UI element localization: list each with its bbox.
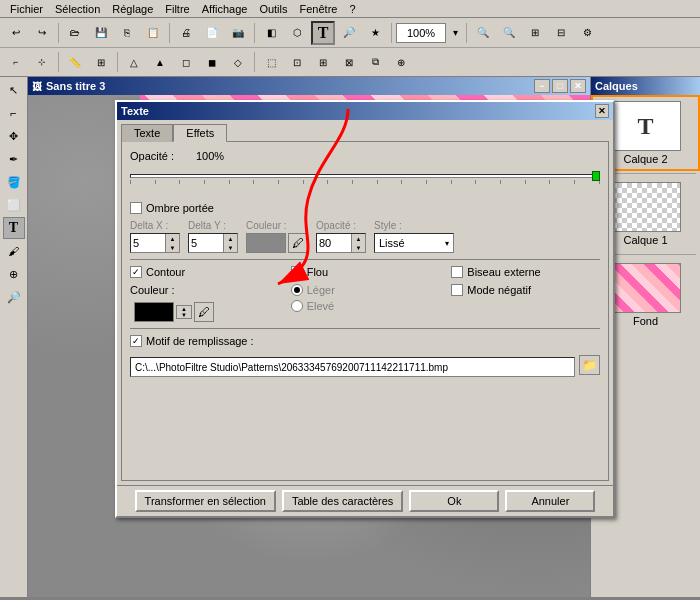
delta-y-input[interactable]: 5 ▲ ▼ <box>188 233 238 253</box>
tab-texte[interactable]: Texte <box>121 124 173 142</box>
sel4-btn[interactable]: ⊠ <box>337 50 361 74</box>
sel2-btn[interactable]: ⊡ <box>285 50 309 74</box>
ok-btn[interactable]: Ok <box>409 490 499 512</box>
eyedropper-btn[interactable]: 🖊 <box>288 233 308 253</box>
view1-btn[interactable]: ⊞ <box>523 21 547 45</box>
flou-checkbox[interactable] <box>291 266 303 278</box>
brush-tool[interactable]: 🖌 <box>3 240 25 262</box>
view2-btn[interactable]: ⊟ <box>549 21 573 45</box>
menu-selection[interactable]: Sélection <box>49 0 106 17</box>
drop-shadow-label: Ombre portée <box>146 202 214 214</box>
tab-effets[interactable]: Effets <box>173 124 227 142</box>
zoom-dropdown-btn[interactable]: ▾ <box>448 21 462 45</box>
delta-x-up[interactable]: ▲ <box>166 234 179 243</box>
pen-tool[interactable]: ✒ <box>3 148 25 170</box>
table-btn[interactable]: Table des caractères <box>282 490 404 512</box>
pattern-row: C:\...\PhotoFiltre Studio\Patterns\20633… <box>130 353 600 377</box>
image-minimize-btn[interactable]: − <box>534 79 550 93</box>
eraser-tool[interactable]: ⬜ <box>3 194 25 216</box>
dialog-close-btn[interactable]: ✕ <box>595 104 609 118</box>
menu-help[interactable]: ? <box>343 0 361 17</box>
filter4-btn[interactable]: ★ <box>363 21 387 45</box>
ruler-btn[interactable]: 📏 <box>63 50 87 74</box>
clone-tool[interactable]: ⊕ <box>3 263 25 285</box>
shadow-color-swatch[interactable] <box>246 233 286 253</box>
pattern-path-field[interactable]: C:\...\PhotoFiltre Studio\Patterns\20633… <box>130 357 575 377</box>
transform-btn[interactable]: ⊹ <box>30 50 54 74</box>
image-close-btn[interactable]: ✕ <box>570 79 586 93</box>
negatif-checkbox[interactable] <box>451 284 463 296</box>
delta-x-input[interactable]: 5 ▲ ▼ <box>130 233 180 253</box>
biseau-row: Biseau externe <box>451 266 600 278</box>
contour-eyedropper[interactable]: 🖊 <box>194 302 214 322</box>
opacity-slider-container <box>130 168 600 190</box>
move-tool[interactable]: ✥ <box>3 125 25 147</box>
copy-btn[interactable]: ⎘ <box>115 21 139 45</box>
settings-btn[interactable]: ⚙ <box>575 21 599 45</box>
shape4-btn[interactable]: ◼ <box>200 50 224 74</box>
delta-y-up[interactable]: ▲ <box>224 234 237 243</box>
shape5-btn[interactable]: ◇ <box>226 50 250 74</box>
delta-y-down[interactable]: ▼ <box>224 243 237 252</box>
opacity2-up[interactable]: ▲ <box>352 234 365 243</box>
layer2-btn[interactable]: ⊕ <box>389 50 413 74</box>
sel1-btn[interactable]: ⬚ <box>259 50 283 74</box>
tick <box>475 180 476 184</box>
tick <box>549 180 550 184</box>
undo-btn[interactable]: ↩ <box>4 21 28 45</box>
layer-thumb-calque1 <box>611 182 681 232</box>
filter2-btn[interactable]: ⬡ <box>285 21 309 45</box>
slider-thumb[interactable] <box>592 171 600 181</box>
eleve-radio[interactable] <box>291 300 303 312</box>
shape3-btn[interactable]: ◻ <box>174 50 198 74</box>
zoom-out-btn[interactable]: 🔍 <box>471 21 495 45</box>
menu-reglage[interactable]: Réglage <box>106 0 159 17</box>
drop-shadow-checkbox[interactable] <box>130 202 142 214</box>
transformer-btn[interactable]: Transformer en sélection <box>135 490 276 512</box>
delta-x-down[interactable]: ▼ <box>166 243 179 252</box>
save-btn[interactable]: 💾 <box>89 21 113 45</box>
paste-btn[interactable]: 📋 <box>141 21 165 45</box>
opacity2-input[interactable]: 80 ▲ ▼ <box>316 233 366 253</box>
fill-tool[interactable]: 🪣 <box>3 171 25 193</box>
filter1-btn[interactable]: ◧ <box>259 21 283 45</box>
select-tool[interactable]: ↖ <box>3 79 25 101</box>
browse-pattern-btn[interactable]: 📁 <box>579 355 600 375</box>
layer-btn[interactable]: ⧉ <box>363 50 387 74</box>
text-tool[interactable]: T <box>3 217 25 239</box>
menu-fichier[interactable]: Fichier <box>4 0 49 17</box>
image-maximize-btn[interactable]: □ <box>552 79 568 93</box>
contour-checkbox[interactable] <box>130 266 142 278</box>
print-btn[interactable]: 🖨 <box>174 21 198 45</box>
zoom-in-btn[interactable]: 🔍 <box>497 21 521 45</box>
image-titlebar: 🖼 Sans titre 3 − □ ✕ <box>28 77 590 95</box>
menu-affichage[interactable]: Affichage <box>196 0 254 17</box>
redo-btn[interactable]: ↪ <box>30 21 54 45</box>
shape1-btn[interactable]: △ <box>122 50 146 74</box>
sel3-btn[interactable]: ⊞ <box>311 50 335 74</box>
filter3-btn[interactable]: 🔎 <box>337 21 361 45</box>
slider-track[interactable] <box>130 174 600 178</box>
shape2-btn[interactable]: ▲ <box>148 50 172 74</box>
menu-filtre[interactable]: Filtre <box>159 0 195 17</box>
text-tool-btn[interactable]: T <box>311 21 335 45</box>
opacity2-down[interactable]: ▼ <box>352 243 365 252</box>
motif-checkbox[interactable] <box>130 335 142 347</box>
crop-tool[interactable]: ⌐ <box>3 102 25 124</box>
contour-color-swatch[interactable] <box>134 302 174 322</box>
style-dropdown[interactable]: Lissé ▾ <box>374 233 454 253</box>
annuler-btn[interactable]: Annuler <box>505 490 595 512</box>
menu-outils[interactable]: Outils <box>253 0 293 17</box>
crop-btn[interactable]: ⌐ <box>4 50 28 74</box>
leger-radio[interactable] <box>291 284 303 296</box>
opacity-label: Opacité : <box>130 150 190 162</box>
menu-fenetre[interactable]: Fenêtre <box>294 0 344 17</box>
grid-btn[interactable]: ⊞ <box>89 50 113 74</box>
scan-btn[interactable]: 📄 <box>200 21 224 45</box>
biseau-checkbox[interactable] <box>451 266 463 278</box>
contour-color-down[interactable]: ▼ <box>177 312 191 318</box>
camera-btn[interactable]: 📷 <box>226 21 250 45</box>
open-btn[interactable]: 🗁 <box>63 21 87 45</box>
eleve-label: Elevé <box>307 300 335 312</box>
zoom-tool[interactable]: 🔎 <box>3 286 25 308</box>
